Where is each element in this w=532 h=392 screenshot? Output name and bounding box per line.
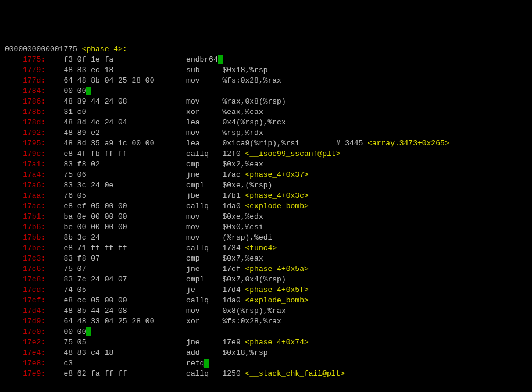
asm-hex: 83 f8 02 [63, 160, 186, 169]
asm-mnemonic: jne [186, 265, 222, 273]
asm-operands: 17b1 [223, 191, 245, 200]
asm-line: 17d4: 48 8b 44 24 08 mov 0x8(%rsp),%rax [5, 306, 527, 316]
asm-symbol: <__isoc99_sscanf@plt> [245, 149, 341, 158]
asm-mnemonic: retq [186, 359, 204, 368]
asm-line: 17c3: 83 f8 07 cmp $0x7,%eax [5, 254, 527, 264]
asm-operands: 17ac [223, 170, 245, 179]
asm-address: 17cd: [23, 286, 63, 294]
asm-mnemonic: jne [186, 170, 222, 179]
asm-operands: $0x7,0x4(%rsp) [223, 275, 286, 284]
asm-hex: e8 cc 05 00 00 [63, 296, 186, 305]
asm-line: 1786: 48 89 44 24 08 mov %rax,0x8(%rsp) [5, 97, 527, 107]
asm-hex: 74 05 [63, 286, 186, 294]
asm-line: 17e2: 75 05 jne 17e9 <phase_4+0x74> [5, 337, 527, 348]
asm-line: 17ac: e8 ef 05 00 00 callq 1da0 <explode… [5, 201, 527, 212]
asm-operands: 1da0 [223, 202, 245, 211]
asm-address: 1775: [23, 55, 63, 64]
asm-hex: ba 0e 00 00 00 [63, 212, 186, 221]
asm-hex: 31 c0 [63, 108, 186, 116]
asm-address: 1786: [23, 97, 63, 106]
asm-hex: 48 89 44 24 08 [63, 97, 186, 106]
asm-address: 17a1: [23, 160, 63, 169]
asm-symbol: <func4> [245, 244, 277, 252]
asm-line: 17e9: e8 62 fa ff ff callq 1250 <__stack… [5, 369, 527, 379]
asm-mnemonic: sub [186, 66, 222, 74]
asm-mnemonic: cmpl [186, 181, 222, 190]
asm-address: 17cf: [23, 296, 63, 305]
asm-line: 17d9: 64 48 33 04 25 28 00 xor %fs:0x28,… [5, 316, 527, 327]
asm-line: 179c: e8 4f fb ff ff callq 12f0 <__isoc9… [5, 149, 527, 159]
asm-address: 17c6: [23, 265, 63, 273]
asm-hex: e8 71 ff ff ff [63, 244, 186, 252]
asm-mnemonic: jbe [186, 191, 222, 200]
asm-hex: 48 89 e2 [63, 129, 186, 137]
asm-mnemonic: cmp [186, 254, 222, 263]
asm-hex: 83 f8 07 [63, 254, 186, 263]
asm-address: 17b6: [23, 223, 63, 231]
asm-address: 1795: [23, 139, 63, 148]
asm-line: 17a1: 83 f8 02 cmp $0x2,%eax [5, 159, 527, 170]
asm-operands: 0x1ca9(%rip),%rsi # 3445 [223, 139, 368, 148]
asm-hex: 83 7c 24 04 07 [63, 275, 186, 284]
asm-mnemonic: je [186, 286, 222, 294]
asm-address: 17a4: [23, 170, 63, 179]
asm-symbol: <phase_4+0x5a> [245, 265, 309, 273]
asm-address: 17a6: [23, 181, 63, 190]
asm-hex: 48 8b 44 24 08 [63, 307, 186, 315]
asm-operands: $0x2,%eax [223, 160, 263, 169]
asm-hex: 75 07 [63, 265, 186, 273]
asm-hex: be 00 00 00 00 [63, 223, 186, 231]
header-address: 0000000000001775 [5, 45, 82, 54]
asm-line: 17cf: e8 cc 05 00 00 callq 1da0 <explode… [5, 295, 527, 306]
asm-address: 17b1: [23, 212, 63, 221]
asm-mnemonic: mov [186, 307, 222, 315]
asm-symbol: <__stack_chk_fail@plt> [245, 369, 345, 378]
asm-address: 17d9: [23, 317, 63, 326]
asm-symbol: <explode_bomb> [245, 202, 309, 211]
asm-mnemonic: callq [186, 296, 222, 305]
asm-hex: 48 8d 4c 24 04 [63, 118, 186, 127]
asm-line: 17e8: c3 retq [5, 358, 527, 369]
asm-line: 177d: 64 48 8b 04 25 28 00 mov %fs:0x28,… [5, 76, 527, 86]
asm-operands: (%rsp),%edi [223, 233, 273, 242]
highlight-block [86, 327, 91, 336]
asm-operands: $0xe,%edx [223, 212, 263, 221]
asm-line: 1779: 48 83 ec 18 sub $0x18,%rsp [5, 65, 527, 76]
asm-address: 17aa: [23, 191, 63, 200]
highlight-block [204, 359, 209, 368]
asm-operands: 0x8(%rsp),%rax [223, 307, 286, 315]
asm-hex: e8 4f fb ff ff [63, 149, 186, 158]
function-label: <phase_4>: [82, 45, 127, 54]
asm-address: 17c3: [23, 254, 63, 263]
asm-hex: e8 62 fa ff ff [63, 369, 186, 378]
asm-address: 17be: [23, 244, 63, 252]
asm-operands: 1734 [223, 244, 245, 252]
asm-operands: 17cf [223, 265, 245, 273]
asm-mnemonic: mov [186, 212, 222, 221]
asm-symbol: <phase_4+0x5f> [245, 286, 309, 294]
asm-address: 179c: [23, 149, 63, 158]
asm-address: 17ac: [23, 202, 63, 211]
asm-mnemonic: callq [186, 244, 222, 252]
asm-hex: 48 83 c4 18 [63, 348, 186, 357]
asm-operands: %eax,%eax [223, 108, 263, 116]
asm-hex: 76 05 [63, 191, 186, 200]
disassembly-view: 0000000000001775 <phase_4>: 1775: f3 0f … [5, 44, 527, 379]
asm-mnemonic: callq [186, 369, 222, 378]
asm-hex: 64 48 8b 04 25 28 00 [63, 76, 186, 85]
asm-address: 178b: [23, 108, 63, 116]
asm-hex: 48 8d 35 a9 1c 00 00 [63, 139, 186, 148]
asm-hex: 75 05 [63, 338, 186, 347]
asm-address: 17e4: [23, 348, 63, 357]
asm-mnemonic: xor [186, 108, 222, 116]
asm-address: 17e8: [23, 359, 63, 368]
asm-operands: 1da0 [223, 296, 245, 305]
asm-address: 17c8: [23, 275, 63, 284]
asm-hex: 48 83 ec 18 [63, 66, 186, 74]
asm-line: 17b6: be 00 00 00 00 mov $0x0,%esi [5, 222, 527, 233]
asm-line: 17bb: 8b 3c 24 mov (%rsp),%edi [5, 233, 527, 243]
highlight-block [86, 87, 91, 95]
asm-mnemonic: mov [186, 76, 222, 85]
asm-operands: 1250 [223, 369, 245, 378]
asm-operands: 17d4 [223, 286, 245, 294]
